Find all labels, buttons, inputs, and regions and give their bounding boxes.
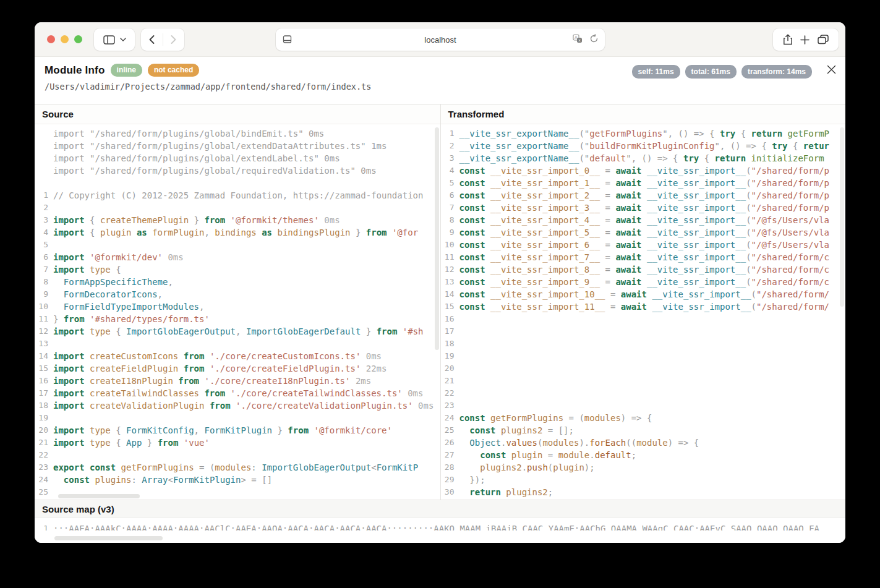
timing-badge: total: 61ms: [685, 65, 737, 79]
token: await: [615, 215, 641, 225]
forward-icon: [171, 35, 176, 44]
sourcemap-line: 1 ;;;AAEA;AAAkC;AAAA;AAAA;AAAA;AAClC;AAE…: [35, 518, 845, 530]
token: const: [459, 277, 485, 287]
source-vertical-scrollbar[interactable]: [435, 127, 439, 350]
code-line: 30 return plugins2;: [441, 486, 846, 498]
close-window-button[interactable]: [47, 35, 55, 43]
code-text: FormDecoratorIcons,: [53, 288, 163, 300]
new-tab-button[interactable]: [800, 35, 810, 45]
token: =: [542, 450, 558, 460]
token: plugin: [100, 228, 132, 237]
token: (": [579, 141, 589, 151]
page-title: Module Info: [45, 64, 105, 77]
token: =: [600, 252, 615, 262]
sidebar-toggle-group: [94, 28, 135, 51]
token: bindings: [215, 228, 256, 237]
sourcemap-horizontal-scrollbar[interactable]: [54, 536, 163, 540]
sidebar-toggle-button[interactable]: [103, 35, 115, 45]
line-number: 16: [441, 313, 459, 325]
token: plugins: [90, 475, 131, 485]
code-text: import type { ImportGlobEagerOutput, Imp…: [53, 325, 424, 338]
line-number: 2: [441, 140, 459, 152]
timing-badges: self: 11mstotal: 61mstransform: 14ms: [632, 65, 812, 79]
token: (": [579, 129, 589, 138]
token: 0ms: [413, 401, 434, 411]
line-number: [35, 152, 53, 164]
code-line: 15const __vite_ssr_import_11__ = await _…: [441, 300, 846, 313]
source-horizontal-scrollbar[interactable]: [58, 494, 140, 498]
code-line: 13const __vite_ssr_import_9__ = await __…: [441, 276, 846, 288]
code-text: FormAppSpecificTheme,: [53, 276, 173, 288]
line-number: 21: [35, 437, 53, 449]
forward-button[interactable]: [163, 35, 184, 44]
show-tabs-button[interactable]: [818, 35, 829, 45]
code-line: 1__vite_ssr_exportName__("getFormPlugins…: [441, 127, 846, 140]
code-line: import "/shared/form/plugins/global/bind…: [35, 127, 440, 140]
transformed-vertical-scrollbar[interactable]: [840, 127, 844, 307]
token: __vite_ssr_import_11__: [485, 302, 605, 312]
token: FormKitPlugin: [204, 425, 272, 435]
code-line: 14const __vite_ssr_import_10__ = await _…: [441, 288, 846, 300]
line-number: 30: [441, 486, 459, 498]
token: =: [600, 265, 615, 275]
share-button[interactable]: [783, 34, 793, 45]
page-settings-button[interactable]: [283, 35, 292, 44]
line-number: 13: [35, 338, 53, 350]
token: (: [548, 462, 553, 472]
token: const: [459, 289, 485, 299]
token: bindingsPlugin: [272, 228, 350, 237]
token: "/shared/form/c: [751, 265, 829, 275]
code-text: const __vite_ssr_import_1__ = await __vi…: [459, 177, 830, 189]
code-line: 24const getFormPlugins = (modules) => {: [441, 412, 846, 424]
translate-button[interactable]: A x: [573, 34, 583, 43]
zoom-window-button[interactable]: [74, 35, 82, 43]
transformed-code[interactable]: 1__vite_ssr_exportName__("getFormPlugins…: [441, 124, 846, 500]
code-text: __vite_ssr_exportName__("default", () =>…: [459, 152, 824, 164]
reload-button[interactable]: [589, 34, 599, 43]
address-bar-actions: A x: [573, 34, 599, 43]
token: ImportGlobEagerDefault: [246, 326, 361, 336]
token: {: [788, 141, 803, 151]
token: getFormP: [782, 129, 829, 138]
token: return: [751, 129, 783, 138]
token: "/@fs/Users/vla: [751, 228, 829, 237]
code-line: 26 Object.values(modules).forEach((modul…: [441, 437, 846, 449]
token: const: [459, 166, 485, 176]
sidebar-menu-chevron[interactable]: [120, 38, 126, 41]
minimize-window-button[interactable]: [61, 35, 69, 43]
token: from: [366, 228, 387, 237]
token: <: [168, 475, 173, 485]
source-code[interactable]: import "/shared/form/plugins/global/bind…: [35, 124, 440, 500]
token: createThemePlugin: [100, 215, 189, 225]
token: (: [751, 302, 756, 312]
token: import: [53, 215, 85, 225]
code-line: 13: [35, 338, 440, 350]
line-number: 6: [35, 251, 53, 263]
back-button[interactable]: [142, 35, 163, 44]
close-button[interactable]: [825, 63, 837, 75]
code-text: const plugins2 = [];: [459, 424, 574, 437]
token: const: [459, 252, 485, 262]
code-line: 4const __vite_ssr_import_0__ = await __v…: [441, 164, 846, 177]
line-number: 14: [441, 288, 459, 300]
token: ImportGlobEagerOutput: [262, 462, 371, 472]
code-text: import { createThemePlugin } from '@form…: [53, 214, 340, 226]
token: createTailwindClasses: [85, 388, 199, 398]
token: createI18nPlugin: [85, 376, 173, 386]
token: 2ms: [350, 376, 371, 386]
token: return: [715, 153, 746, 163]
code-line: 5const __vite_ssr_import_1__ = await __v…: [441, 177, 846, 189]
token: "/shared/form/c: [751, 277, 829, 287]
line-number: [35, 127, 53, 140]
line-number: 5: [441, 177, 459, 189]
line-number: [35, 140, 53, 152]
code-line: 5: [35, 239, 440, 251]
address-bar[interactable]: localhost A x: [276, 28, 605, 51]
line-number: 20: [441, 362, 459, 375]
token: ", () => {: [715, 141, 772, 151]
sourcemap-body: 1 ;;;AAEA;AAAkC;AAAA;AAAA;AAAA;AAClC;AAE…: [35, 518, 845, 543]
token: import: [53, 425, 85, 435]
token: 'vue': [178, 438, 210, 448]
token: ((: [626, 438, 636, 448]
code-text: const __vite_ssr_import_9__ = await __vi…: [459, 276, 830, 288]
